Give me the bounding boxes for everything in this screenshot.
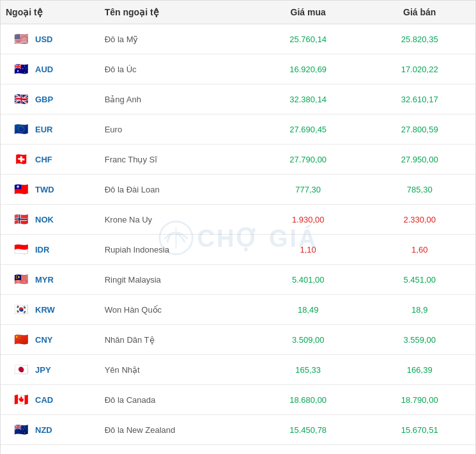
currency-cell-USD: 🇺🇸 USD (1, 24, 100, 54)
table-header-row: Ngoại tệ Tên ngoại tệ Giá mua Giá bán (1, 1, 475, 24)
currency-name-JPY: Yên Nhật (100, 355, 252, 385)
flag-MYR: 🇲🇾 (12, 270, 30, 288)
buy-price-GBP: 32.380,14 (252, 84, 364, 114)
buy-price-DKK: 3.080,00 (252, 445, 364, 455)
sell-price-EUR: 27.800,59 (364, 114, 475, 145)
buy-price-MYR: 5.401,00 (252, 265, 364, 295)
currency-cell-TWD: 🇹🇼 TWD (1, 175, 100, 205)
currency-cell-GBP: 🇬🇧 GBP (1, 84, 100, 114)
currency-code-CHF: CHF (35, 155, 52, 164)
flag-CNY: 🇨🇳 (12, 331, 30, 348)
table-row: 🇳🇴 NOK Krone Na Uy 1.930,00 2.330,00 (1, 205, 475, 235)
currency-cell-JPY: 🇯🇵 JPY (1, 355, 100, 385)
currency-cell-MYR: 🇲🇾 MYR (1, 265, 100, 295)
header-buy: Giá mua (252, 1, 364, 24)
currency-code-AUD: AUD (35, 65, 53, 74)
currency-name-TWD: Đô la Đài Loan (100, 175, 252, 205)
currency-code-CNY: CNY (35, 335, 52, 345)
currency-name-CNY: Nhân Dân Tệ (100, 325, 252, 355)
currency-code-TWD: TWD (35, 185, 54, 194)
currency-code-NZD: NZD (35, 425, 52, 435)
table-row: 🇲🇾 MYR Ringit Malaysia 5.401,00 5.451,00 (1, 265, 475, 295)
currency-code-JPY: JPY (35, 365, 51, 375)
sell-price-CAD: 18.790,00 (364, 385, 475, 415)
currency-name-USD: Đô la Mỹ (100, 24, 252, 54)
currency-cell-DKK: 🇩🇰 DKK (1, 445, 100, 455)
buy-price-IDR: 1,10 (252, 235, 364, 265)
sell-price-IDR: 1,60 (364, 235, 475, 265)
currency-code-EUR: EUR (35, 125, 52, 134)
currency-cell-KRW: 🇰🇷 KRW (1, 295, 100, 325)
flag-GBP: 🇬🇧 (12, 90, 30, 108)
table-row: 🇰🇷 KRW Won Hàn Quốc 18,49 18,9 (1, 295, 475, 325)
flag-NZD: 🇳🇿 (12, 421, 30, 439)
sell-price-AUD: 17.020,22 (364, 54, 475, 84)
flag-CAD: 🇨🇦 (12, 391, 30, 409)
buy-price-EUR: 27.690,45 (252, 114, 364, 145)
currency-cell-CNY: 🇨🇳 CNY (1, 325, 100, 355)
currency-code-USD: USD (35, 35, 52, 44)
currency-name-NZD: Đô la New Zealand (100, 415, 252, 445)
currency-name-MYR: Ringit Malaysia (100, 265, 252, 295)
currency-cell-CHF: 🇨🇭 CHF (1, 145, 100, 175)
currency-name-CAD: Đô la Canada (100, 385, 252, 415)
currency-cell-NZD: 🇳🇿 NZD (1, 415, 100, 445)
currency-name-NOK: Krone Na Uy (100, 205, 252, 235)
header-name: Tên ngoại tệ (100, 1, 252, 24)
buy-price-USD: 25.760,14 (252, 24, 364, 54)
exchange-rate-table: Ngoại tệ Tên ngoại tệ Giá mua Giá bán 🇺🇸… (1, 1, 475, 454)
currency-name-KRW: Won Hàn Quốc (100, 295, 252, 325)
currency-cell-CAD: 🇨🇦 CAD (1, 385, 100, 415)
flag-CHF: 🇨🇭 (12, 150, 30, 168)
currency-name-EUR: Euro (100, 114, 252, 145)
buy-price-CAD: 18.680,00 (252, 385, 364, 415)
buy-price-NOK: 1.930,00 (252, 205, 364, 235)
sell-price-TWD: 785,30 (364, 175, 475, 205)
flag-JPY: 🇯🇵 (12, 361, 30, 379)
buy-price-CHF: 27.790,00 (252, 145, 364, 175)
table-row: 🇨🇭 CHF Franc Thụy Sĩ 27.790,00 27.950,00 (1, 145, 475, 175)
currency-code-IDR: IDR (35, 245, 49, 254)
sell-price-NZD: 15.670,51 (364, 415, 475, 445)
currency-code-NOK: NOK (35, 215, 54, 224)
buy-price-CNY: 3.509,00 (252, 325, 364, 355)
currency-code-GBP: GBP (35, 95, 53, 104)
header-sell: Giá bán (364, 1, 475, 24)
buy-price-NZD: 15.450,78 (252, 415, 364, 445)
currency-cell-AUD: 🇦🇺 AUD (1, 54, 100, 84)
flag-USD: 🇺🇸 (12, 30, 30, 48)
sell-price-CHF: 27.950,00 (364, 145, 475, 175)
currency-code-KRW: KRW (35, 305, 55, 315)
buy-price-AUD: 16.920,69 (252, 54, 364, 84)
sell-price-GBP: 32.610,17 (364, 84, 475, 114)
sell-price-NOK: 2.330,00 (364, 205, 475, 235)
flag-NOK: 🇳🇴 (12, 210, 30, 228)
currency-cell-NOK: 🇳🇴 NOK (1, 205, 100, 235)
buy-price-KRW: 18,49 (252, 295, 364, 325)
table-row: 🇳🇿 NZD Đô la New Zealand 15.450,78 15.67… (1, 415, 475, 445)
table-row: 🇹🇼 TWD Đô la Đài Loan 777,30 785,30 (1, 175, 475, 205)
currency-name-CHF: Franc Thụy Sĩ (100, 145, 252, 175)
sell-price-JPY: 166,39 (364, 355, 475, 385)
table-row: 🇯🇵 JPY Yên Nhật 165,33 166,39 (1, 355, 475, 385)
currency-code-MYR: MYR (35, 275, 54, 285)
currency-name-GBP: Bảng Anh (100, 84, 252, 114)
currency-name-AUD: Đô la Úc (100, 54, 252, 84)
buy-price-JPY: 165,33 (252, 355, 364, 385)
currency-code-CAD: CAD (35, 395, 53, 405)
table-row: 🇦🇺 AUD Đô la Úc 16.920,69 17.020,22 (1, 54, 475, 84)
sell-price-KRW: 18,9 (364, 295, 475, 325)
buy-price-TWD: 777,30 (252, 175, 364, 205)
header-currency: Ngoại tệ (1, 1, 100, 24)
table-row: 🇨🇳 CNY Nhân Dân Tệ 3.509,00 3.559,00 (1, 325, 475, 355)
table-row: 🇬🇧 GBP Bảng Anh 32.380,14 32.610,17 (1, 84, 475, 114)
table-row: 🇺🇸 USD Đô la Mỹ 25.760,14 25.820,35 (1, 24, 475, 54)
currency-name-IDR: Rupiah Indonesia (100, 235, 252, 265)
currency-table-container: CHỢ GIÁ Ngoại tệ Tên ngoại tệ Giá mua Gi… (0, 0, 476, 454)
table-row: 🇨🇦 CAD Đô la Canada 18.680,00 18.790,00 (1, 385, 475, 415)
currency-cell-EUR: 🇪🇺 EUR (1, 114, 100, 145)
flag-AUD: 🇦🇺 (12, 60, 30, 78)
table-row: 🇪🇺 EUR Euro 27.690,45 27.800,59 (1, 114, 475, 145)
flag-TWD: 🇹🇼 (12, 180, 30, 198)
flag-IDR: 🇮🇩 (12, 240, 30, 258)
